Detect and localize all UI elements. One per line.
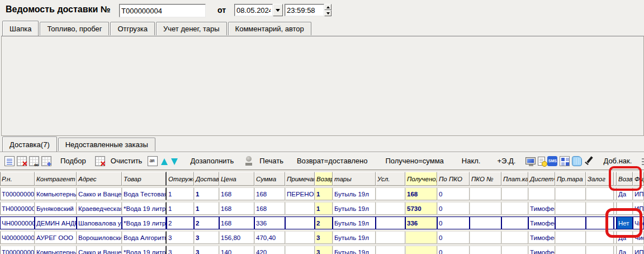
table-cell[interactable]: Компьютерный — [35, 246, 77, 254]
column-header-Сумма[interactable]: Сумма — [254, 172, 285, 186]
table-cell[interactable]: Бутыль 19л — [333, 231, 376, 244]
column-header-тары[interactable]: тары — [333, 172, 376, 186]
table-cell[interactable]: Т000000002 — [0, 187, 35, 200]
table-cell[interactable] — [376, 231, 405, 244]
table-cell[interactable]: Сакко и Ванцет — [77, 246, 122, 254]
table-cell[interactable]: Краеведческая — [77, 202, 122, 215]
table-cell[interactable] — [501, 246, 528, 254]
table-cell[interactable]: 336 — [405, 217, 437, 229]
date-dropdown-icon[interactable] — [273, 4, 283, 16]
column-header-Плат.кар[interactable]: Плат.кар — [501, 172, 528, 186]
table-cell[interactable]: АУРЕГ ООО — [35, 231, 77, 244]
arrow-up-icon[interactable] — [161, 158, 168, 165]
table-cell[interactable] — [555, 231, 586, 244]
table-clear-icon[interactable] — [95, 156, 105, 166]
print-stamp-icon[interactable] — [244, 156, 254, 166]
table-cell[interactable]: 168 — [254, 202, 285, 215]
table-cell[interactable]: Да — [617, 246, 633, 254]
column-header-Цена[interactable]: Цена — [219, 172, 254, 186]
column-header-Возвращ[interactable]: Возвращ — [315, 172, 333, 186]
spinner-up-icon[interactable] — [324, 4, 332, 10]
table-cell[interactable]: Ч000000001 — [0, 231, 35, 244]
table-cell[interactable]: 3 — [167, 231, 194, 244]
table-cell[interactable]: Вода Тестовая — [122, 187, 167, 200]
table-cell[interactable] — [555, 187, 586, 200]
table-cell[interactable] — [470, 246, 501, 254]
column-header-ПКО №[interactable]: ПКО № — [470, 172, 501, 186]
podbor-button[interactable]: Подбор — [56, 156, 91, 166]
table-cell[interactable]: 168 — [219, 187, 254, 200]
column-header-Контрагент[interactable]: Контрагент — [35, 172, 77, 186]
column-header-Фир[interactable]: Фир — [633, 172, 644, 186]
table-cell[interactable] — [470, 187, 501, 200]
tab-uchet-deneg-tary[interactable]: Учет денег, тары — [156, 22, 227, 35]
table-cell[interactable] — [555, 246, 586, 254]
table-cell[interactable] — [528, 187, 555, 200]
table-cell[interactable] — [617, 202, 633, 215]
table-cell[interactable] — [376, 246, 405, 254]
table-cell[interactable]: 1 — [167, 202, 194, 215]
table-cell[interactable]: ИП — [633, 187, 644, 200]
table-cell[interactable] — [405, 246, 437, 254]
table-cell[interactable]: Т000000004 — [0, 246, 35, 254]
table-cell[interactable]: Вода Алгоритми — [122, 231, 167, 244]
table-cell[interactable] — [586, 187, 614, 200]
table-cell[interactable]: 0 — [437, 246, 470, 254]
table-cell[interactable] — [285, 202, 315, 215]
table-cell[interactable] — [470, 202, 501, 215]
list-icon[interactable] — [4, 156, 15, 166]
arrow-down-icon[interactable] — [171, 158, 178, 165]
table-cell[interactable]: *Вода 19 литро — [122, 202, 167, 215]
ochistit-button[interactable]: Очистить — [106, 156, 147, 166]
dozapolnit-button[interactable]: Дозаполнить — [186, 156, 238, 166]
table-cell[interactable]: ДЕМИН АНДРЕЙ — [35, 217, 77, 229]
table-cell[interactable]: Тимофеев — [528, 217, 555, 229]
table-cell[interactable] — [376, 187, 405, 200]
tab-kommentariy-avtor[interactable]: Комментарий, автор — [228, 22, 311, 35]
table-cell[interactable]: Сакко и Ванцет — [77, 187, 122, 200]
table-cell[interactable]: Чис — [633, 231, 644, 244]
table-cell[interactable]: 336 — [254, 217, 285, 229]
column-header-Отгружен[interactable]: Отгружен — [167, 172, 194, 186]
table-cell[interactable]: 0 — [437, 202, 470, 215]
table-cell[interactable] — [555, 217, 586, 229]
column-header-Возвр[interactable]: Возвр — [617, 172, 633, 186]
vozvrat-dostavleno-button[interactable]: Возврат=доставлено — [292, 156, 372, 166]
table-cell[interactable]: 3 — [194, 246, 219, 254]
table-cell[interactable]: 420 — [254, 246, 285, 254]
sort-icon[interactable] — [148, 156, 158, 166]
table-cell[interactable]: 0 — [437, 231, 470, 244]
table-cell[interactable]: ИП — [633, 246, 644, 254]
table-add-icon[interactable] — [41, 156, 51, 166]
tab-dostavka[interactable]: Доставка(7) — [2, 137, 57, 152]
table-cell[interactable]: 2 — [194, 217, 219, 229]
table-cell[interactable]: *Вода 19 литро — [122, 246, 167, 254]
tab-nedostavlennye-zakazy[interactable]: Недоставленные заказы — [58, 138, 155, 151]
table-cell[interactable]: Да — [617, 231, 633, 244]
more-icon[interactable] — [642, 158, 644, 165]
tab-toplivo-probeg[interactable]: Топливо, пробег — [40, 22, 109, 35]
table-cell[interactable] — [501, 231, 528, 244]
table-cell[interactable] — [376, 202, 405, 215]
table-cell[interactable]: 5730 — [405, 202, 437, 215]
time-input[interactable] — [285, 4, 324, 16]
table-cell[interactable]: 3 — [194, 231, 219, 244]
tab-shapka[interactable]: Шапка — [2, 21, 39, 36]
column-header-Доставле[interactable]: Доставле — [194, 172, 219, 186]
table-cell[interactable]: Бутыль 19л — [333, 217, 376, 229]
table-cell[interactable]: Да — [617, 187, 633, 200]
column-header-Р.н.[interactable]: Р.н. — [0, 172, 35, 186]
table-cell[interactable]: Ворошиловский — [77, 231, 122, 244]
table-cell[interactable]: 2 — [167, 217, 194, 229]
table-cell[interactable]: Компьютерный — [35, 187, 77, 200]
column-header-Адрес[interactable]: Адрес — [77, 172, 122, 186]
table-cell[interactable]: Бутыль 19л — [333, 187, 376, 200]
table-cell[interactable]: 3 — [315, 246, 333, 254]
dob-nak-button[interactable]: Доб.нак. — [599, 156, 636, 166]
column-header-Товар[interactable]: Товар — [122, 172, 167, 186]
table-cell[interactable]: 1 — [194, 187, 219, 200]
table-cell[interactable]: 1 — [167, 187, 194, 200]
table-cell[interactable] — [285, 217, 315, 229]
table-cell[interactable] — [586, 246, 614, 254]
table-cell[interactable]: Тимофеев — [528, 246, 555, 254]
